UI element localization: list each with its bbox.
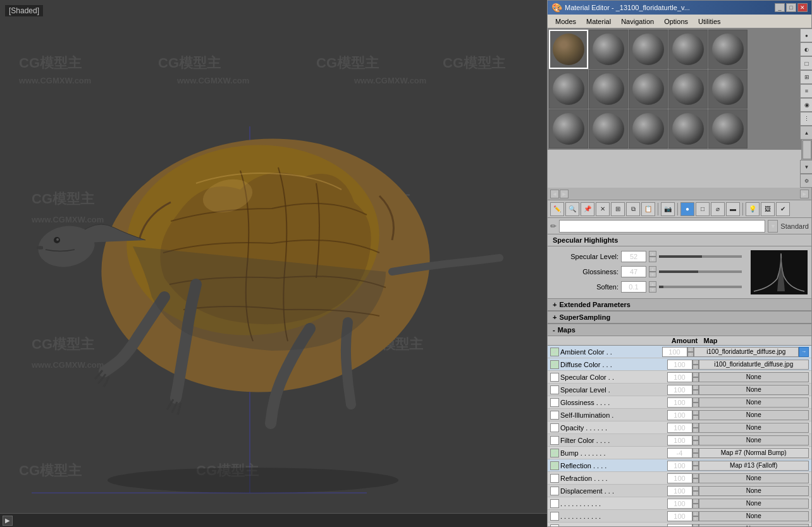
material-name-input[interactable]: _v1_l213100_floridaturtl	[559, 220, 765, 233]
slot-scroll-up[interactable]: ▲	[800, 126, 813, 140]
slot-icon-5[interactable]: ≡	[800, 84, 813, 98]
close-button[interactable]: ✕	[797, 3, 808, 12]
map-amount-7[interactable]: 100	[667, 435, 692, 445]
specular-level-slider[interactable]	[659, 255, 742, 258]
map-amount-0[interactable]: 100	[662, 347, 687, 357]
map-spin-up-13[interactable]: ▲	[692, 511, 699, 516]
map-spin-up-6[interactable]: ▲	[692, 423, 699, 428]
map-spin-up-2[interactable]: ▲	[692, 372, 699, 377]
map-spin-down-2[interactable]: ▼	[692, 377, 699, 382]
map-checkbox-2[interactable]	[550, 373, 559, 382]
soften-slider[interactable]	[659, 286, 742, 288]
slots-nav-right[interactable]: ►	[800, 190, 809, 198]
map-button-3[interactable]: None	[699, 385, 809, 395]
specular-level-up[interactable]: ▲	[649, 251, 656, 257]
glossiness-value[interactable]: 47	[621, 266, 646, 277]
material-slot-11[interactable]	[549, 109, 588, 148]
map-link-btn-0[interactable]: →	[799, 347, 809, 357]
map-spin-down-0[interactable]: ▼	[687, 352, 694, 357]
map-spin-down-9[interactable]: ▼	[692, 466, 699, 471]
glossiness-slider[interactable]	[659, 270, 742, 273]
map-spin-up-3[interactable]: ▲	[692, 385, 699, 390]
map-spin-down-12[interactable]: ▼	[692, 504, 699, 509]
slot-icon-7[interactable]: ⋮	[800, 112, 813, 126]
slots-nav-prev[interactable]: ◄	[550, 190, 559, 198]
map-checkbox-6[interactable]	[550, 423, 559, 432]
material-name-dropdown[interactable]: ▼	[768, 220, 778, 233]
slot-icon-6[interactable]: ◉	[800, 98, 813, 112]
map-button-8[interactable]: Map #7 (Normal Bump)	[699, 448, 809, 458]
map-checkbox-13[interactable]	[550, 512, 559, 521]
map-amount-11[interactable]: 100	[667, 486, 692, 496]
slot-icon-extra[interactable]: ⚙	[800, 174, 813, 188]
map-spin-up-1[interactable]: ▲	[692, 360, 699, 365]
map-button-1[interactable]: i100_floridaturtle_diffuse.jpg	[699, 360, 809, 370]
map-checkbox-11[interactable]	[550, 487, 559, 495]
material-slot-13[interactable]	[629, 109, 668, 148]
tool-get-material[interactable]: 🔍	[565, 202, 579, 216]
map-checkbox-3[interactable]	[550, 385, 559, 394]
map-spin-down-13[interactable]: ▼	[692, 516, 699, 521]
material-slot-1[interactable]	[549, 30, 588, 69]
map-spin-down-3[interactable]: ▼	[692, 390, 699, 395]
map-button-6[interactable]: None	[699, 423, 809, 433]
tool-cylinder[interactable]: ⌀	[711, 202, 725, 216]
material-slot-12[interactable]	[589, 109, 628, 148]
tool-camera[interactable]: 📷	[661, 202, 675, 216]
menu-options[interactable]: Options	[659, 16, 693, 27]
slot-icon-4[interactable]: ⊞	[800, 70, 813, 84]
viewport-scroll-left[interactable]: ▶	[3, 516, 13, 526]
tool-backlight[interactable]: 💡	[746, 202, 760, 216]
map-spin-down-4[interactable]: ▼	[692, 403, 699, 408]
glossiness-up[interactable]: ▲	[649, 266, 656, 272]
slot-icon-2[interactable]: ◐	[800, 42, 813, 56]
map-spin-up-0[interactable]: ▲	[687, 347, 694, 352]
material-slot-7[interactable]	[589, 70, 628, 109]
slot-icon-3[interactable]: □	[800, 56, 813, 70]
map-spin-up-10[interactable]: ▲	[692, 473, 699, 478]
map-spin-down-11[interactable]: ▼	[692, 491, 699, 496]
map-checkbox-0[interactable]: ✓	[550, 348, 559, 356]
slot-icon-1[interactable]: ●	[800, 28, 813, 42]
material-slot-15[interactable]	[708, 109, 747, 148]
slot-scroll-thumb[interactable]	[803, 140, 811, 159]
material-slot-14[interactable]	[668, 109, 708, 148]
material-slot-2[interactable]	[589, 30, 628, 69]
map-spin-up-7[interactable]: ▲	[692, 435, 699, 440]
specular-level-value[interactable]: 52	[621, 251, 646, 262]
map-spin-down-6[interactable]: ▼	[692, 428, 699, 433]
map-button-11[interactable]: None	[699, 486, 809, 496]
tool-paste[interactable]: 📋	[641, 202, 655, 216]
map-amount-2[interactable]: 100	[667, 372, 692, 382]
maximize-button[interactable]: □	[786, 3, 796, 12]
map-spin-up-11[interactable]: ▲	[692, 486, 699, 491]
tool-check[interactable]: ✔	[776, 202, 790, 216]
map-spin-up-14[interactable]: ▲	[692, 524, 699, 527]
specular-level-down[interactable]: ▼	[649, 257, 656, 262]
map-spin-up-9[interactable]: ▲	[692, 461, 699, 466]
map-amount-13[interactable]: 100	[667, 511, 692, 521]
map-amount-14[interactable]: 100	[667, 524, 692, 527]
map-spin-up-4[interactable]: ▲	[692, 397, 699, 403]
map-button-7[interactable]: None	[699, 435, 809, 445]
tool-make-unique[interactable]: ⊞	[611, 202, 625, 216]
material-slot-8[interactable]	[629, 70, 668, 109]
map-spin-up-8[interactable]: ▲	[692, 448, 699, 453]
map-amount-3[interactable]: 100	[667, 385, 692, 395]
menu-utilities[interactable]: Utilities	[693, 16, 725, 27]
map-button-14[interactable]: None	[699, 524, 809, 527]
material-slot-5[interactable]	[708, 30, 747, 69]
map-amount-12[interactable]: 100	[667, 499, 692, 509]
supersampling-rollout[interactable]: + SuperSampling	[548, 311, 811, 324]
menu-material[interactable]: Material	[581, 16, 616, 27]
map-amount-8[interactable]: -4	[667, 448, 692, 458]
map-spin-up-5[interactable]: ▲	[692, 410, 699, 415]
tool-sphere[interactable]: ●	[680, 202, 694, 216]
map-checkbox-14[interactable]	[550, 524, 559, 527]
soften-down[interactable]: ▼	[649, 287, 656, 293]
map-checkbox-10[interactable]	[550, 474, 559, 483]
slot-scroll-down[interactable]: ▼	[800, 160, 813, 174]
extended-params-rollout[interactable]: + Extended Parameters	[548, 298, 811, 311]
map-spin-down-7[interactable]: ▼	[692, 440, 699, 445]
map-amount-5[interactable]: 100	[667, 410, 692, 420]
